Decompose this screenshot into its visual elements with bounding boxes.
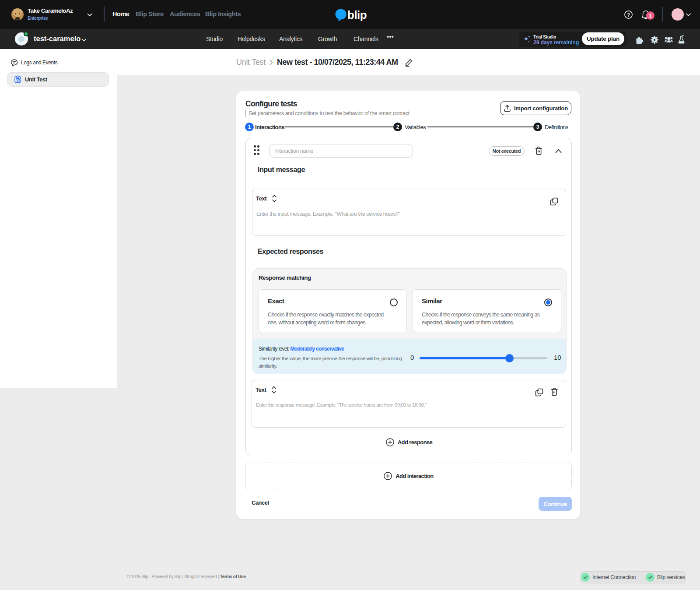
svg-text:?: ? bbox=[627, 12, 630, 18]
